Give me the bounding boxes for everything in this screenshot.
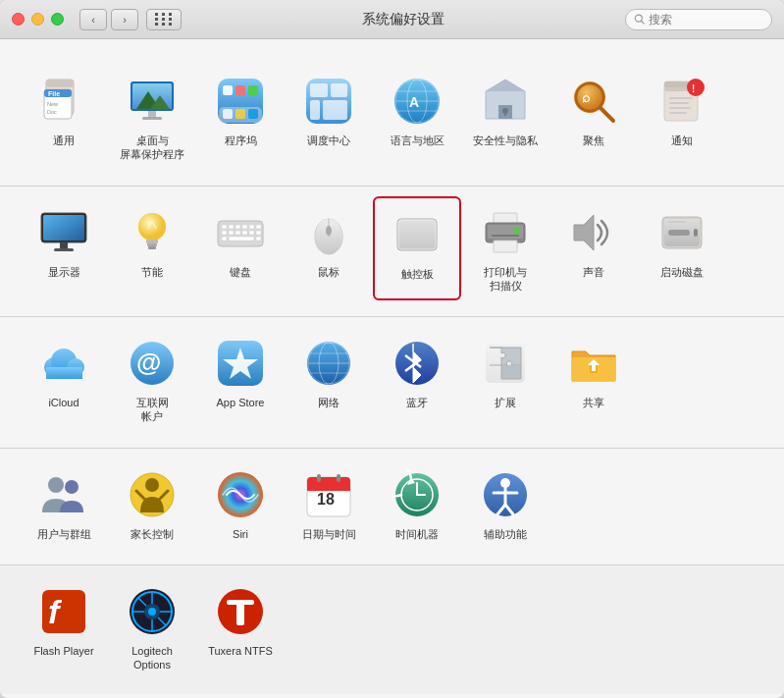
search-icon bbox=[634, 13, 645, 26]
forward-button[interactable]: › bbox=[111, 9, 138, 30]
svg-rect-21 bbox=[235, 85, 245, 95]
svg-rect-121 bbox=[592, 365, 596, 371]
back-button[interactable]: ‹ bbox=[79, 9, 107, 30]
pref-datetime[interactable]: 18 日期与时间 bbox=[285, 458, 373, 549]
pref-language[interactable]: A 语言与地区 bbox=[373, 65, 461, 170]
pref-logitech[interactable]: Logitech Options bbox=[108, 575, 196, 680]
svg-rect-18 bbox=[142, 117, 162, 120]
spotlight-label: 聚焦 bbox=[583, 134, 604, 147]
svg-rect-133 bbox=[317, 474, 321, 482]
display-label: 显示器 bbox=[48, 265, 80, 279]
energy-label: 节能 bbox=[141, 265, 163, 279]
mouse-label: 鼠标 bbox=[318, 265, 340, 279]
startup-icon bbox=[653, 204, 710, 261]
language-label: 语言与地区 bbox=[391, 134, 444, 147]
svg-rect-99 bbox=[668, 230, 690, 236]
network-label: 网络 bbox=[318, 396, 340, 409]
pref-siri[interactable]: Siri bbox=[196, 458, 285, 549]
icloud-icon bbox=[35, 335, 92, 392]
svg-point-151 bbox=[148, 608, 156, 616]
tuxera-icon bbox=[212, 583, 269, 640]
maximize-button[interactable] bbox=[51, 13, 64, 26]
close-button[interactable] bbox=[12, 13, 25, 26]
svg-point-61 bbox=[138, 213, 166, 241]
tuxera-label: Tuxera NTFS bbox=[208, 644, 273, 658]
flash-icon: f bbox=[35, 583, 92, 640]
dock-icon bbox=[212, 73, 269, 130]
search-input[interactable] bbox=[649, 13, 763, 27]
pref-network[interactable]: 网络 bbox=[285, 327, 373, 432]
minimize-button[interactable] bbox=[31, 13, 44, 26]
svg-point-0 bbox=[635, 15, 642, 22]
section-thirdparty: f Flash Player bbox=[0, 565, 784, 694]
pref-tuxera[interactable]: Tuxera NTFS bbox=[196, 575, 285, 680]
users-icon bbox=[35, 466, 92, 523]
pref-dock[interactable]: 程序坞 bbox=[196, 65, 285, 170]
svg-marker-95 bbox=[574, 215, 594, 250]
pref-sound[interactable]: 声音 bbox=[549, 196, 638, 301]
pref-security[interactable]: 安全性与隐私 bbox=[461, 65, 549, 170]
pref-printer[interactable]: 打印机与 扫描仪 bbox=[461, 196, 549, 301]
search-box[interactable] bbox=[625, 9, 772, 30]
pref-internet-accounts[interactable]: @ 互联网 帐户 bbox=[108, 327, 196, 432]
pref-desktop[interactable]: 桌面与 屏幕保护程序 bbox=[108, 65, 196, 170]
svg-text:⌕: ⌕ bbox=[582, 89, 590, 105]
spotlight-icon: ⌕ bbox=[565, 73, 622, 130]
language-icon: A bbox=[389, 73, 445, 130]
flash-label: Flash Player bbox=[33, 644, 93, 658]
svg-text:Doc: Doc bbox=[47, 109, 57, 115]
svg-rect-58 bbox=[60, 242, 68, 248]
pref-sharing[interactable]: 共享 bbox=[549, 327, 638, 432]
titlebar: ‹ › 系统偏好设置 bbox=[0, 0, 784, 39]
svg-text:A: A bbox=[409, 94, 419, 110]
pref-keyboard[interactable]: 键盘 bbox=[196, 196, 285, 301]
pref-appstore[interactable]: App Store bbox=[196, 327, 285, 432]
internet-accounts-icon: @ bbox=[124, 335, 181, 392]
pref-general[interactable]: File New Doc File New Doc 通用 bbox=[20, 65, 108, 170]
pref-trackpad[interactable]: 触控板 bbox=[373, 196, 461, 301]
pref-timemachine[interactable]: 时间机器 bbox=[373, 458, 461, 549]
general-icon: File New Doc File New Doc bbox=[35, 73, 92, 130]
users-label: 用户与群组 bbox=[37, 527, 91, 541]
svg-rect-24 bbox=[223, 109, 233, 119]
pref-startup[interactable]: 启动磁盘 bbox=[638, 196, 726, 301]
pref-energy[interactable]: 节能 bbox=[108, 196, 196, 301]
pref-spotlight[interactable]: ⌕ 聚焦 bbox=[549, 65, 638, 170]
pref-extensions[interactable]: 扩展 bbox=[461, 327, 549, 432]
pref-mission-control[interactable]: 调度中心 bbox=[285, 65, 373, 170]
section-personal-grid: File New Doc File New Doc 通用 bbox=[20, 65, 764, 170]
svg-rect-80 bbox=[229, 237, 254, 241]
desktop-icon bbox=[124, 73, 181, 130]
datetime-icon: 18 bbox=[300, 466, 357, 523]
sharing-icon bbox=[565, 335, 622, 392]
svg-rect-50 bbox=[669, 102, 689, 104]
appstore-label: App Store bbox=[217, 396, 265, 409]
startup-label: 启动磁盘 bbox=[660, 265, 704, 279]
pref-accessibility[interactable]: 辅助功能 bbox=[461, 458, 549, 549]
pref-display[interactable]: 显示器 bbox=[20, 196, 108, 301]
notification-label: 通知 bbox=[671, 134, 693, 147]
svg-point-122 bbox=[48, 477, 64, 493]
pref-mouse[interactable]: 鼠标 bbox=[285, 196, 373, 301]
security-icon bbox=[477, 73, 534, 130]
svg-rect-134 bbox=[337, 474, 340, 482]
pref-users[interactable]: 用户与群组 bbox=[20, 458, 108, 549]
keyboard-icon bbox=[212, 204, 269, 261]
general-label: 通用 bbox=[53, 134, 75, 147]
section-system: 用户与群组 bbox=[0, 449, 784, 565]
svg-rect-76 bbox=[235, 231, 240, 235]
accessibility-label: 辅助功能 bbox=[484, 527, 527, 541]
accessibility-icon bbox=[477, 466, 534, 523]
grid-view-button[interactable] bbox=[146, 9, 182, 30]
appstore-icon bbox=[212, 335, 269, 392]
svg-rect-71 bbox=[242, 225, 247, 229]
svg-rect-72 bbox=[249, 225, 254, 229]
pref-icloud[interactable]: iCloud bbox=[20, 327, 108, 432]
svg-point-125 bbox=[145, 478, 159, 492]
pref-notification[interactable]: ! 通知 bbox=[638, 65, 726, 170]
mouse-icon bbox=[300, 204, 357, 261]
printer-label: 打印机与 扫描仪 bbox=[484, 265, 527, 294]
pref-parental[interactable]: 家长控制 bbox=[108, 458, 196, 549]
pref-bluetooth[interactable]: 蓝牙 bbox=[373, 327, 461, 432]
pref-flash[interactable]: f Flash Player bbox=[20, 575, 108, 680]
